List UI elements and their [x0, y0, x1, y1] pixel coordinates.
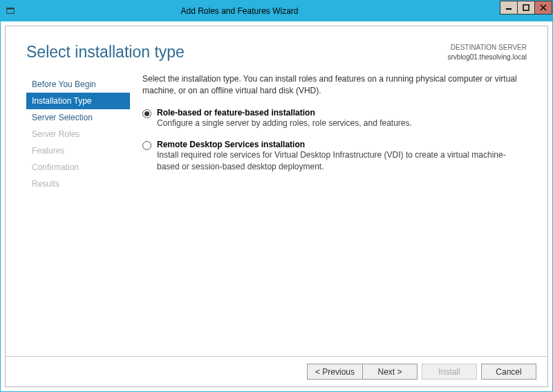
destination-server: srvblog01.thesolving.local [447, 53, 527, 62]
cancel-button[interactable]: Cancel [481, 364, 536, 380]
previous-button[interactable]: < Previous [307, 364, 362, 380]
page-title: Select installation type [26, 43, 447, 62]
next-button[interactable]: Next > [362, 364, 418, 380]
nav-button-group: < Previous Next > [307, 364, 418, 380]
radio-role-based[interactable] [142, 109, 151, 118]
option-role-based[interactable]: Role-based or feature-based installation… [142, 108, 527, 129]
option-title: Role-based or feature-based installation [157, 108, 527, 118]
sidebar-item-results: Results [26, 176, 130, 192]
sidebar-item-server-selection[interactable]: Server Selection [26, 109, 130, 126]
sidebar-item-features: Features [26, 142, 130, 159]
header-area: Select installation type DESTINATION SER… [6, 26, 547, 68]
option-body: Role-based or feature-based installation… [157, 108, 527, 129]
intro-text: Select the installation type. You can in… [142, 73, 527, 97]
sidebar-item-server-roles: Server Roles [26, 126, 130, 142]
wizard-footer: < Previous Next > Install Cancel [6, 356, 547, 386]
option-remote-desktop[interactable]: Remote Desktop Services installation Ins… [142, 140, 527, 173]
sidebar-item-before-you-begin[interactable]: Before You Begin [26, 76, 130, 93]
svg-rect-3 [523, 5, 529, 10]
close-button[interactable] [534, 1, 552, 15]
minimize-button[interactable] [500, 1, 518, 15]
title-bar[interactable]: Add Roles and Features Wizard [1, 1, 552, 21]
maximize-button[interactable] [517, 1, 535, 15]
install-button: Install [422, 364, 477, 380]
wizard-steps-sidebar: Before You Begin Installation Type Serve… [26, 73, 130, 349]
option-title: Remote Desktop Services installation [157, 140, 527, 149]
option-body: Remote Desktop Services installation Ins… [157, 140, 527, 173]
window-title: Add Roles and Features Wizard [0, 6, 500, 16]
destination-info: DESTINATION SERVER srvblog01.thesolving.… [447, 43, 527, 62]
body-area: Before You Begin Installation Type Serve… [6, 68, 547, 356]
radio-remote-desktop[interactable] [142, 141, 151, 150]
wizard-window: Add Roles and Features Wizard Select ins… [0, 0, 553, 392]
wizard-content: Select installation type DESTINATION SER… [5, 26, 548, 387]
sidebar-item-confirmation: Confirmation [26, 159, 130, 176]
window-controls [500, 1, 552, 15]
sidebar-item-installation-type[interactable]: Installation Type [26, 93, 130, 109]
main-panel: Select the installation type. You can in… [142, 73, 527, 349]
option-description: Install required role services for Virtu… [157, 149, 527, 173]
option-description: Configure a single server by adding role… [157, 118, 527, 129]
destination-label: DESTINATION SERVER [447, 43, 527, 53]
